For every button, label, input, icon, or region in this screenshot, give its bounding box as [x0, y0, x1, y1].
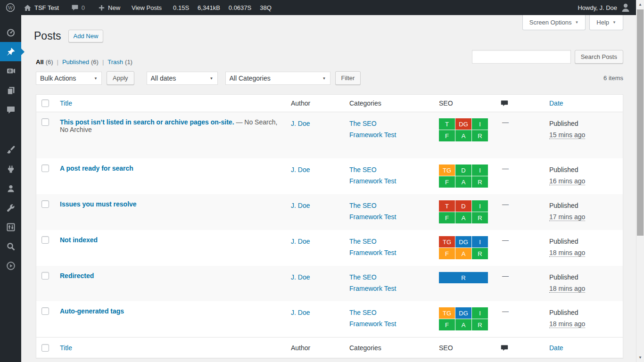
row-checkbox[interactable] [41, 200, 49, 208]
post-state-dash: — [236, 118, 242, 126]
comment-bubble-icon [500, 99, 509, 107]
column-footer-date[interactable]: Date [545, 344, 623, 352]
sidebar-item-settings[interactable] [0, 217, 21, 237]
post-title-link[interactable]: Issues you must resolve [60, 200, 137, 208]
scroll-up-arrow-icon[interactable]: ▲ [636, 2, 644, 7]
post-author-link[interactable]: J. Doe [291, 273, 310, 281]
post-status: Published [549, 200, 619, 212]
column-footer-title[interactable]: Title [55, 344, 286, 352]
dates-select-wrap: All dates [147, 72, 218, 85]
search-input[interactable] [472, 50, 571, 64]
post-title-link[interactable]: A post ready for search [60, 165, 133, 172]
new-content-menu[interactable]: New [94, 0, 124, 15]
dates-select[interactable]: All dates [147, 72, 218, 85]
comments-menu[interactable]: 0 [67, 0, 89, 15]
post-category-link[interactable]: The SEO Framework Test [349, 238, 396, 256]
post-category-link[interactable]: The SEO Framework Test [349, 166, 396, 185]
post-status: Published [549, 118, 619, 130]
categories-select[interactable]: All Categories [225, 72, 330, 85]
sidebar-item-appearance[interactable] [0, 140, 21, 159]
seo-badges: TDIFAR [439, 200, 488, 223]
sidebar-item-search[interactable] [0, 237, 21, 256]
row-checkbox[interactable] [41, 236, 49, 244]
view-posts-link[interactable]: View Posts [127, 0, 166, 15]
sidebar-item-dashboard[interactable] [0, 23, 21, 42]
comment-count-dash: — [495, 200, 545, 208]
row-checkbox[interactable] [41, 272, 49, 280]
view-link[interactable]: All [36, 58, 44, 66]
column-header-title[interactable]: Title [55, 99, 286, 107]
pages-icon [6, 86, 16, 95]
row-checkbox[interactable] [41, 165, 49, 172]
add-new-button[interactable]: Add New [68, 30, 104, 42]
vertical-scrollbar[interactable]: ▲ ▼ [636, 0, 644, 362]
wordpress-logo-icon[interactable]: W [0, 0, 19, 15]
column-header-date[interactable]: Date [545, 99, 623, 107]
row-checkbox[interactable] [41, 118, 49, 126]
post-author-link[interactable]: J. Doe [291, 238, 310, 245]
help-button[interactable]: Help ▼ [589, 15, 623, 30]
scroll-down-arrow-icon[interactable]: ▼ [636, 355, 644, 360]
apply-button[interactable]: Apply [107, 71, 134, 85]
seo-badge: I [472, 165, 488, 176]
seo-badge: I [472, 307, 488, 319]
seo-badge: F [439, 130, 455, 141]
circle-play-icon [6, 261, 16, 271]
filter-button[interactable]: Filter [335, 71, 361, 85]
seo-badge: F [439, 212, 455, 223]
post-title-link[interactable]: Redirected [60, 272, 94, 280]
seo-badge: TG [439, 236, 455, 247]
select-all-checkbox[interactable] [41, 344, 49, 352]
post-category-link[interactable]: The SEO Framework Test [349, 202, 396, 221]
post-title-link[interactable]: This post isn’t listed in search or arch… [60, 118, 234, 126]
bulk-actions-select[interactable]: Bulk Actions [36, 72, 102, 85]
post-date: 18 mins ago [549, 285, 585, 293]
help-label: Help [596, 19, 609, 26]
sidebar-item-plugins[interactable] [0, 159, 21, 179]
post-category-link[interactable]: The SEO Framework Test [349, 273, 396, 292]
sidebar-item-media[interactable] [0, 61, 21, 81]
column-header-comments [495, 99, 545, 107]
view-link[interactable]: Published [62, 58, 89, 66]
sidebar-item-extension[interactable] [0, 256, 21, 275]
view-count: (6) [91, 58, 99, 66]
seo-badge: DG [455, 118, 471, 130]
comment-bubble-icon [71, 4, 79, 11]
perf-queries: 38Q [256, 0, 276, 15]
post-title-link[interactable]: Not indexed [60, 236, 98, 244]
seo-badge: A [455, 176, 471, 188]
post-author-link[interactable]: J. Doe [291, 309, 310, 316]
seo-badges: R [439, 272, 488, 283]
post-category-link[interactable]: The SEO Framework Test [349, 120, 396, 139]
sidebar-item-users[interactable] [0, 179, 21, 198]
table-row: Issues you must resolve J. Doe The SEO F… [36, 194, 623, 230]
sidebar-item-pages[interactable] [0, 81, 21, 100]
sidebar-item-tools[interactable] [0, 198, 21, 217]
screen-options-button[interactable]: Screen Options ▼ [522, 15, 586, 30]
sidebar-item-comments[interactable] [0, 100, 21, 119]
column-footer-author: Author [286, 344, 345, 352]
view-link[interactable]: Trash [107, 58, 123, 66]
seo-badges: TGDGIFAR [439, 307, 488, 330]
sidebar-item-posts[interactable] [0, 42, 21, 61]
my-account-menu[interactable]: Howdy, J. Doe [573, 0, 636, 15]
comment-count: 0 [82, 4, 85, 11]
table-row: Redirected J. Doe The SEO Framework Test… [36, 266, 623, 301]
post-author-link[interactable]: J. Doe [291, 202, 310, 209]
view-filter-item: All (6) [36, 58, 53, 66]
site-menu[interactable]: TSF Test [19, 0, 63, 15]
column-footer-seo: SEO [434, 344, 495, 352]
post-category-link[interactable]: The SEO Framework Test [349, 309, 396, 328]
post-title-link[interactable]: Auto-generated tags [60, 307, 124, 315]
seo-badges: TGDIFAR [439, 165, 488, 188]
comment-count-dash: — [495, 272, 545, 280]
scrollbar-thumb[interactable] [637, 9, 644, 236]
post-author-link[interactable]: J. Doe [291, 166, 310, 173]
seo-badge: R [472, 319, 488, 330]
search-posts-button[interactable]: Search Posts [575, 50, 623, 64]
admin-bar: W TSF Test 0 New View Posts 0.15S 6,341k… [0, 0, 636, 15]
post-author-link[interactable]: J. Doe [291, 120, 310, 127]
column-footer-categories: Categories [345, 344, 434, 352]
row-checkbox[interactable] [41, 307, 49, 315]
select-all-checkbox[interactable] [41, 99, 49, 107]
